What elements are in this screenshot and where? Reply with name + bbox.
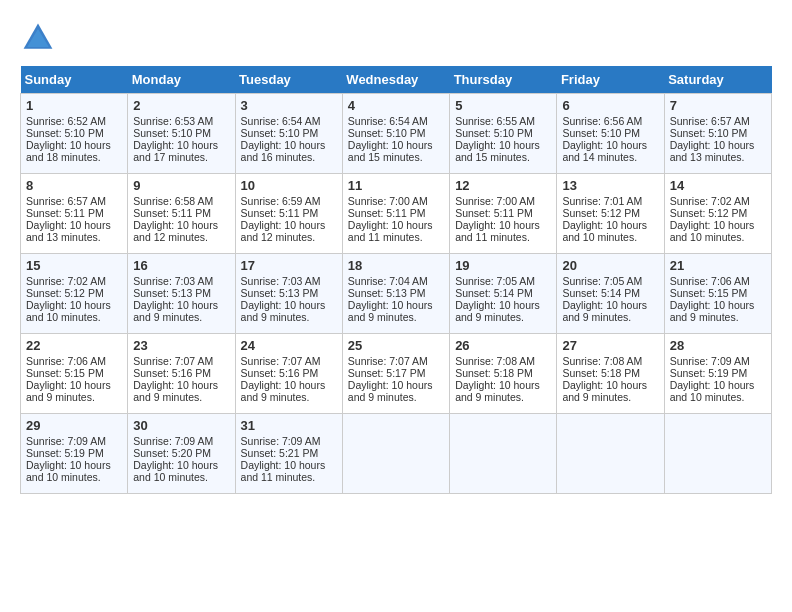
calendar-cell: 29Sunrise: 7:09 AMSunset: 5:19 PMDayligh… — [21, 414, 128, 494]
day-number: 3 — [241, 98, 337, 113]
day-header-saturday: Saturday — [664, 66, 771, 94]
calendar-cell: 10Sunrise: 6:59 AMSunset: 5:11 PMDayligh… — [235, 174, 342, 254]
calendar-cell: 13Sunrise: 7:01 AMSunset: 5:12 PMDayligh… — [557, 174, 664, 254]
calendar-cell: 20Sunrise: 7:05 AMSunset: 5:14 PMDayligh… — [557, 254, 664, 334]
day-number: 5 — [455, 98, 551, 113]
logo-icon — [20, 20, 56, 56]
logo — [20, 20, 62, 56]
day-number: 30 — [133, 418, 229, 433]
day-number: 11 — [348, 178, 444, 193]
calendar-cell: 9Sunrise: 6:58 AMSunset: 5:11 PMDaylight… — [128, 174, 235, 254]
calendar-cell: 4Sunrise: 6:54 AMSunset: 5:10 PMDaylight… — [342, 94, 449, 174]
calendar-cell: 31Sunrise: 7:09 AMSunset: 5:21 PMDayligh… — [235, 414, 342, 494]
week-row-2: 8Sunrise: 6:57 AMSunset: 5:11 PMDaylight… — [21, 174, 772, 254]
day-header-thursday: Thursday — [450, 66, 557, 94]
day-header-wednesday: Wednesday — [342, 66, 449, 94]
header-row: SundayMondayTuesdayWednesdayThursdayFrid… — [21, 66, 772, 94]
calendar-cell — [664, 414, 771, 494]
calendar-cell: 15Sunrise: 7:02 AMSunset: 5:12 PMDayligh… — [21, 254, 128, 334]
calendar-cell: 26Sunrise: 7:08 AMSunset: 5:18 PMDayligh… — [450, 334, 557, 414]
calendar-cell: 19Sunrise: 7:05 AMSunset: 5:14 PMDayligh… — [450, 254, 557, 334]
calendar-cell: 25Sunrise: 7:07 AMSunset: 5:17 PMDayligh… — [342, 334, 449, 414]
week-row-4: 22Sunrise: 7:06 AMSunset: 5:15 PMDayligh… — [21, 334, 772, 414]
day-number: 31 — [241, 418, 337, 433]
day-number: 18 — [348, 258, 444, 273]
calendar-cell: 5Sunrise: 6:55 AMSunset: 5:10 PMDaylight… — [450, 94, 557, 174]
day-number: 26 — [455, 338, 551, 353]
calendar-cell — [342, 414, 449, 494]
calendar-cell: 12Sunrise: 7:00 AMSunset: 5:11 PMDayligh… — [450, 174, 557, 254]
calendar-cell: 1Sunrise: 6:52 AMSunset: 5:10 PMDaylight… — [21, 94, 128, 174]
day-number: 13 — [562, 178, 658, 193]
calendar-cell: 17Sunrise: 7:03 AMSunset: 5:13 PMDayligh… — [235, 254, 342, 334]
calendar-cell: 30Sunrise: 7:09 AMSunset: 5:20 PMDayligh… — [128, 414, 235, 494]
day-number: 28 — [670, 338, 766, 353]
day-number: 17 — [241, 258, 337, 273]
calendar-cell: 28Sunrise: 7:09 AMSunset: 5:19 PMDayligh… — [664, 334, 771, 414]
day-number: 10 — [241, 178, 337, 193]
calendar-cell: 21Sunrise: 7:06 AMSunset: 5:15 PMDayligh… — [664, 254, 771, 334]
day-number: 8 — [26, 178, 122, 193]
day-number: 21 — [670, 258, 766, 273]
calendar-cell: 18Sunrise: 7:04 AMSunset: 5:13 PMDayligh… — [342, 254, 449, 334]
week-row-3: 15Sunrise: 7:02 AMSunset: 5:12 PMDayligh… — [21, 254, 772, 334]
calendar-cell: 23Sunrise: 7:07 AMSunset: 5:16 PMDayligh… — [128, 334, 235, 414]
calendar-cell: 24Sunrise: 7:07 AMSunset: 5:16 PMDayligh… — [235, 334, 342, 414]
calendar-header: SundayMondayTuesdayWednesdayThursdayFrid… — [21, 66, 772, 94]
day-number: 4 — [348, 98, 444, 113]
day-number: 20 — [562, 258, 658, 273]
calendar-cell: 11Sunrise: 7:00 AMSunset: 5:11 PMDayligh… — [342, 174, 449, 254]
calendar-cell: 27Sunrise: 7:08 AMSunset: 5:18 PMDayligh… — [557, 334, 664, 414]
day-number: 14 — [670, 178, 766, 193]
week-row-5: 29Sunrise: 7:09 AMSunset: 5:19 PMDayligh… — [21, 414, 772, 494]
calendar-body: 1Sunrise: 6:52 AMSunset: 5:10 PMDaylight… — [21, 94, 772, 494]
day-number: 24 — [241, 338, 337, 353]
page-header — [20, 20, 772, 56]
day-number: 15 — [26, 258, 122, 273]
day-number: 23 — [133, 338, 229, 353]
day-header-friday: Friday — [557, 66, 664, 94]
day-number: 27 — [562, 338, 658, 353]
calendar-cell: 22Sunrise: 7:06 AMSunset: 5:15 PMDayligh… — [21, 334, 128, 414]
day-number: 16 — [133, 258, 229, 273]
calendar-cell: 8Sunrise: 6:57 AMSunset: 5:11 PMDaylight… — [21, 174, 128, 254]
day-number: 7 — [670, 98, 766, 113]
day-number: 22 — [26, 338, 122, 353]
day-header-sunday: Sunday — [21, 66, 128, 94]
day-number: 1 — [26, 98, 122, 113]
calendar-cell: 7Sunrise: 6:57 AMSunset: 5:10 PMDaylight… — [664, 94, 771, 174]
calendar-cell: 14Sunrise: 7:02 AMSunset: 5:12 PMDayligh… — [664, 174, 771, 254]
day-header-tuesday: Tuesday — [235, 66, 342, 94]
calendar-cell: 3Sunrise: 6:54 AMSunset: 5:10 PMDaylight… — [235, 94, 342, 174]
day-number: 12 — [455, 178, 551, 193]
day-number: 6 — [562, 98, 658, 113]
day-number: 29 — [26, 418, 122, 433]
day-number: 25 — [348, 338, 444, 353]
day-header-monday: Monday — [128, 66, 235, 94]
calendar-cell: 6Sunrise: 6:56 AMSunset: 5:10 PMDaylight… — [557, 94, 664, 174]
calendar-cell: 16Sunrise: 7:03 AMSunset: 5:13 PMDayligh… — [128, 254, 235, 334]
day-number: 19 — [455, 258, 551, 273]
day-number: 9 — [133, 178, 229, 193]
day-number: 2 — [133, 98, 229, 113]
calendar-cell — [450, 414, 557, 494]
week-row-1: 1Sunrise: 6:52 AMSunset: 5:10 PMDaylight… — [21, 94, 772, 174]
calendar-table: SundayMondayTuesdayWednesdayThursdayFrid… — [20, 66, 772, 494]
calendar-cell: 2Sunrise: 6:53 AMSunset: 5:10 PMDaylight… — [128, 94, 235, 174]
calendar-cell — [557, 414, 664, 494]
